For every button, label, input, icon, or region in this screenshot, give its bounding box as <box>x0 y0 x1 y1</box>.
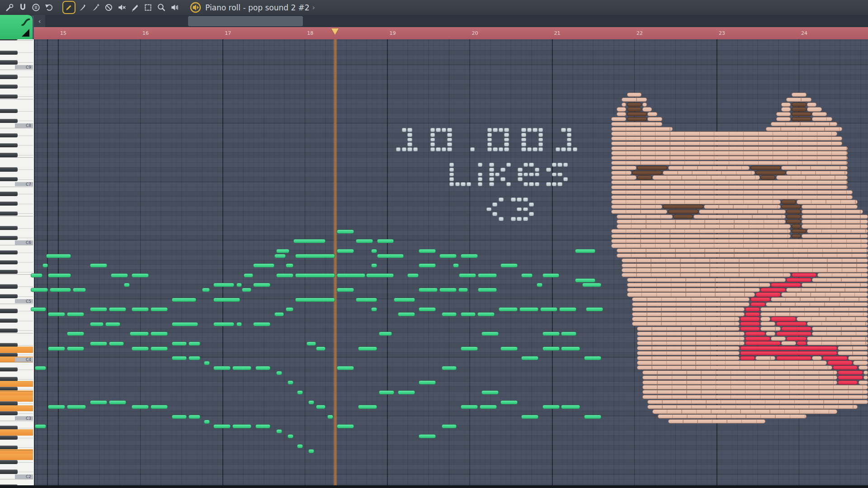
piano-roll-note[interactable] <box>499 307 518 311</box>
pixel-art-note[interactable] <box>495 173 500 177</box>
black-key[interactable] <box>0 270 18 274</box>
pixel-art-note[interactable] <box>786 98 811 102</box>
pixel-art-note[interactable] <box>493 128 497 132</box>
pixel-art-note[interactable] <box>797 341 807 345</box>
pixel-art-note[interactable] <box>792 273 817 277</box>
pixel-art-note[interactable] <box>812 278 868 282</box>
pixel-art-note[interactable] <box>792 234 802 238</box>
pixel-art-note[interactable] <box>556 147 560 151</box>
piano-roll-note[interactable] <box>461 347 478 351</box>
piano-roll-note[interactable] <box>442 312 457 316</box>
black-key[interactable] <box>0 250 18 254</box>
pixel-art-note[interactable] <box>637 366 832 370</box>
black-key[interactable] <box>0 294 18 298</box>
pixel-art-note[interactable] <box>637 361 827 365</box>
piano-roll-note[interactable] <box>477 312 495 316</box>
pixel-art-note[interactable] <box>611 200 780 204</box>
piano-roll-note[interactable] <box>500 263 518 267</box>
pixel-art-note[interactable] <box>647 117 662 121</box>
piano-roll-note[interactable] <box>213 298 240 302</box>
black-key[interactable] <box>0 236 18 240</box>
piano-roll-note[interactable] <box>73 288 86 292</box>
pixel-art-note[interactable] <box>407 128 412 132</box>
piano-roll-note[interactable] <box>419 249 436 253</box>
black-key[interactable] <box>0 367 18 371</box>
piano-roll-note[interactable] <box>274 312 284 316</box>
piano-roll-note[interactable] <box>232 424 251 428</box>
piano-roll-note[interactable] <box>337 288 354 292</box>
target-tool-icon[interactable] <box>189 1 202 14</box>
pixel-art-note[interactable] <box>489 168 494 172</box>
pixel-art-note[interactable] <box>538 138 543 142</box>
pixel-art-note[interactable] <box>771 297 868 301</box>
black-key[interactable] <box>0 211 18 216</box>
pixel-art-note[interactable] <box>518 168 522 172</box>
pixel-art-note[interactable] <box>632 312 745 316</box>
pixel-art-note[interactable] <box>838 351 868 355</box>
pixel-art-note[interactable] <box>447 142 452 146</box>
pixel-art-note[interactable] <box>511 217 516 221</box>
pixel-art-note[interactable] <box>750 302 765 306</box>
pixel-art-note[interactable] <box>833 366 858 370</box>
pixel-art-note[interactable] <box>611 229 791 233</box>
piano-roll-note[interactable] <box>132 307 149 311</box>
pixel-art-note[interactable] <box>546 168 551 172</box>
black-key[interactable] <box>0 469 18 474</box>
pixel-art-note[interactable] <box>637 166 667 170</box>
pixel-art-note[interactable] <box>863 371 868 375</box>
pixel-art-note[interactable] <box>848 356 868 360</box>
piano-roll-note[interactable] <box>244 273 253 277</box>
black-key[interactable] <box>0 226 18 230</box>
pixel-art-note[interactable] <box>447 133 452 137</box>
piano-roll-note[interactable] <box>377 254 404 258</box>
pixel-art-note[interactable] <box>504 138 509 142</box>
piano-roll-note[interactable] <box>371 263 377 267</box>
pixel-art-note[interactable] <box>637 356 739 360</box>
pixel-art-note[interactable] <box>781 200 796 204</box>
piano-roll-note[interactable] <box>461 405 478 409</box>
pixel-art-note[interactable] <box>755 292 781 296</box>
piano-roll-note[interactable] <box>366 273 394 277</box>
pixel-art-note[interactable] <box>402 147 406 151</box>
pixel-art-note[interactable] <box>430 133 435 137</box>
pixel-art-note[interactable] <box>637 351 739 355</box>
piano-roll-note[interactable] <box>124 283 130 287</box>
piano-roll-note[interactable] <box>337 230 354 234</box>
pixel-art-note[interactable] <box>807 229 868 233</box>
pixel-art-note[interactable] <box>504 147 509 151</box>
pixel-art-note[interactable] <box>632 171 662 175</box>
pixel-art-note[interactable] <box>766 302 868 306</box>
piano-roll-note[interactable] <box>111 273 128 277</box>
highlighted-key[interactable] <box>0 395 33 402</box>
pixel-art-note[interactable] <box>521 138 526 142</box>
piano-roll-note[interactable] <box>276 249 289 253</box>
piano-roll-note[interactable] <box>575 249 595 253</box>
black-key[interactable] <box>0 109 18 113</box>
pixel-art-note[interactable] <box>647 400 868 404</box>
pixel-art-note[interactable] <box>802 234 868 238</box>
scrollbar-thumb[interactable] <box>188 16 303 26</box>
piano-roll-note[interactable] <box>295 298 335 302</box>
pixel-art-note[interactable] <box>622 273 791 277</box>
pixel-art-note[interactable] <box>430 147 435 151</box>
pixel-art-note[interactable] <box>442 128 446 132</box>
piano-roll-note[interactable] <box>286 307 293 311</box>
piano-roll-note[interactable] <box>358 405 377 409</box>
piano-roll-note[interactable] <box>242 288 251 292</box>
piano-roll-note[interactable] <box>132 273 149 277</box>
pixel-art-note[interactable] <box>760 312 868 316</box>
piano-roll-note[interactable] <box>478 288 497 292</box>
pixel-art-note[interactable] <box>627 292 755 296</box>
pixel-art-note[interactable] <box>611 244 868 248</box>
pixel-art-note[interactable] <box>517 197 522 202</box>
black-key[interactable] <box>0 143 18 147</box>
pixel-art-note[interactable] <box>611 117 626 121</box>
pixel-art-note[interactable] <box>455 182 460 186</box>
black-key[interactable] <box>0 328 18 333</box>
piano-roll-note[interactable] <box>109 400 126 404</box>
pixel-art-note[interactable] <box>797 317 868 321</box>
piano-roll-note[interactable] <box>458 288 468 292</box>
piano-roll-note[interactable] <box>90 322 104 326</box>
pixel-art-note[interactable] <box>812 356 822 360</box>
black-key[interactable] <box>0 133 18 137</box>
